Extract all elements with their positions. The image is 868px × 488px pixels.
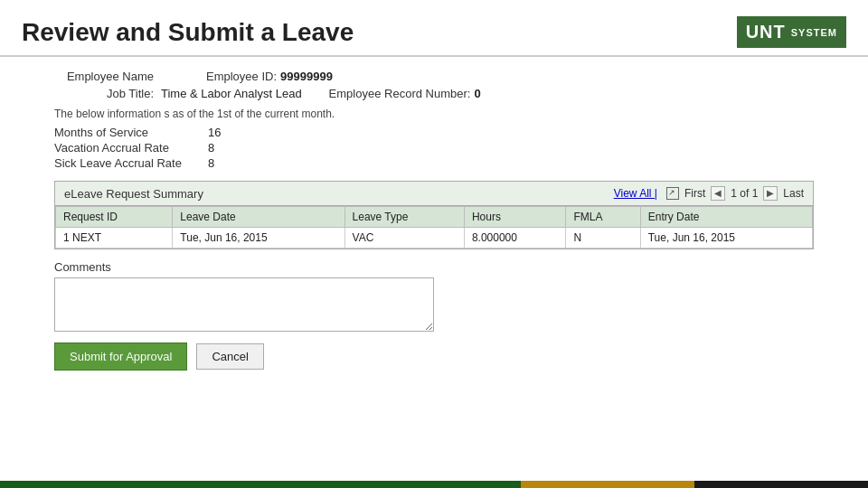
stat-value-1: 8	[208, 141, 214, 155]
employee-id-value: 99999999	[280, 70, 333, 83]
stat-row-2: Sick Leave Accrual Rate 8	[54, 156, 814, 170]
col-leave-date: Leave Date	[173, 207, 344, 228]
pagination-last[interactable]: Last	[783, 187, 804, 200]
prev-page-icon[interactable]: ◀	[711, 186, 725, 201]
notice-text: The below information s as of the 1st of…	[54, 108, 814, 120]
logo-unt: UNT	[746, 22, 786, 42]
logo-system: SYSTEM	[791, 27, 837, 38]
cell-fmla: N	[566, 228, 640, 249]
cell-leave-date: Tue, Jun 16, 2015	[173, 228, 344, 249]
job-title-value: Time & Labor Analyst Lead	[161, 87, 302, 100]
new-window-icon[interactable]	[666, 187, 679, 200]
stat-label-1: Vacation Accrual Rate	[54, 141, 208, 155]
eleave-summary-box: eLeave Request Summary View All | First …	[54, 181, 814, 249]
col-fmla: FMLA	[566, 207, 640, 228]
eleave-title: eLeave Request Summary	[64, 187, 203, 201]
cell-hours: 8.000000	[464, 228, 566, 249]
stats-section: Months of Service 16 Vacation Accrual Ra…	[54, 126, 814, 170]
record-number-label: Employee Record Number:	[329, 87, 471, 100]
next-page-icon[interactable]: ▶	[763, 186, 778, 201]
employee-id-row: Employee ID: 99999999	[206, 70, 333, 83]
table-header-row: Request ID Leave Date Leave Type Hours F…	[56, 207, 813, 228]
eleave-header: eLeave Request Summary View All | First …	[55, 182, 813, 206]
stat-value-2: 8	[208, 156, 214, 170]
job-title-label: Job Title:	[54, 87, 154, 100]
employee-name-row: Employee Name	[54, 70, 161, 83]
eleave-navigation: View All | First ◀ 1 of 1 ▶ Last	[614, 186, 804, 201]
employee-name-label: Employee Name	[54, 70, 154, 83]
button-row: Submit for Approval Cancel	[54, 343, 814, 371]
cell-entry-date: Tue, Jun 16, 2015	[640, 228, 812, 249]
col-leave-type: Leave Type	[344, 207, 464, 228]
logo: UNT SYSTEM	[737, 16, 846, 48]
stat-label-0: Months of Service	[54, 126, 208, 139]
bottom-bar	[0, 481, 868, 488]
stat-row-0: Months of Service 16	[54, 126, 814, 139]
col-request-id: Request ID	[56, 207, 173, 228]
record-number-value: 0	[474, 87, 480, 100]
page-title: Review and Submit a Leave	[22, 18, 354, 47]
view-all-link[interactable]: View All |	[614, 187, 657, 200]
table-row: 1 NEXT Tue, Jun 16, 2015 VAC 8.000000 N …	[56, 228, 813, 249]
main-content: Employee Name Employee ID: 99999999 Job …	[0, 57, 868, 383]
page-header: Review and Submit a Leave UNT SYSTEM	[0, 0, 868, 57]
comments-textarea[interactable]	[54, 277, 434, 332]
col-hours: Hours	[464, 207, 566, 228]
cell-leave-type: VAC	[344, 228, 464, 249]
job-title-row: Job Title: Time & Labor Analyst Lead	[54, 87, 302, 100]
cell-request-id: 1 NEXT	[56, 228, 173, 249]
stat-label-2: Sick Leave Accrual Rate	[54, 156, 208, 170]
submit-button[interactable]: Submit for Approval	[54, 343, 187, 371]
eleave-table: Request ID Leave Date Leave Type Hours F…	[55, 206, 813, 249]
record-number-row: Employee Record Number: 0	[329, 87, 481, 100]
col-entry-date: Entry Date	[640, 207, 812, 228]
pagination-first[interactable]: First	[684, 187, 705, 200]
pagination-pages: 1 of 1	[731, 187, 758, 200]
employee-id-label: Employee ID:	[206, 70, 277, 83]
stat-value-0: 16	[208, 126, 221, 139]
cancel-button[interactable]: Cancel	[196, 343, 263, 370]
stat-row-1: Vacation Accrual Rate 8	[54, 141, 814, 155]
comments-label: Comments	[54, 260, 814, 274]
